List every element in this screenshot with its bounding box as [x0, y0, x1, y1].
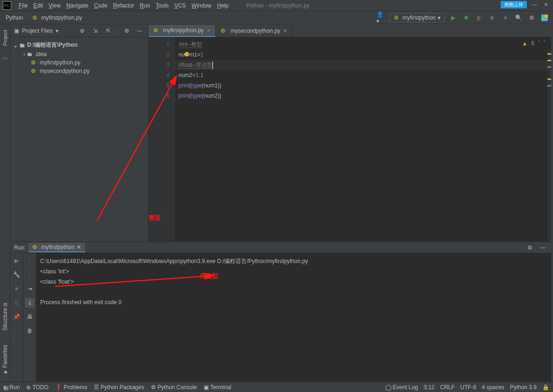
upload-badge[interactable]: 抱抱上传 [501, 1, 527, 8]
collapse-all-icon[interactable]: ⇱ [104, 26, 113, 36]
menu-edit[interactable]: Edit [30, 1, 46, 10]
trash-icon[interactable]: 🗑 [25, 326, 35, 335]
python-file-icon: ⚙ [31, 68, 36, 74]
sidebar-tab-favorites[interactable]: ★ Favorites [1, 342, 9, 378]
sb-eventlog[interactable]: ◯ Event Log [385, 384, 418, 391]
menu-view[interactable]: View [46, 1, 64, 10]
run-tool-actions-2: ↑ ↓ ⇥ ⤓ 🖶 🗑 [23, 253, 36, 382]
run-tool-title: Run: [14, 244, 26, 251]
coverage-icon[interactable]: ◧ [475, 13, 484, 22]
project-panel: ▣ Project Files ▾ ⊕ ⇲ ⇱ | ⚙ — [10, 24, 149, 242]
add-user-icon[interactable]: 👤▾ [376, 13, 386, 22]
project-tree[interactable]: ⌄ 🖿 D:\编程语言\Python › 🖿 .idea ⚙ myfirstpy… [10, 37, 148, 78]
tab-close-icon[interactable]: ✕ [77, 244, 81, 250]
editor-area: ⚙ myfirstpython.py ✕ ⚙ mysecondpython.py… [149, 24, 551, 242]
sb-pyconsole[interactable]: ⚙ Python Console [151, 384, 197, 391]
project-panel-title[interactable]: Project Files ▾ [22, 28, 58, 34]
code-body[interactable]: #int--整型num1=1#float--浮点型num2=1.1print(t… [175, 37, 551, 242]
editor-tabbar: ⚙ myfirstpython.py ✕ ⚙ mysecondpython.py… [149, 24, 551, 37]
softwrap-icon[interactable]: ⇥ [25, 284, 35, 293]
layout-icon[interactable]: ⧉ [12, 298, 21, 307]
rerun-button[interactable]: ▶ [12, 256, 21, 265]
code-line[interactable]: print(type(num2)) [175, 91, 551, 101]
sb-lock-icon[interactable]: 🔒 [542, 384, 549, 391]
code-line[interactable]: num2=1.1 [175, 70, 551, 80]
menu-vcs[interactable]: VCS [171, 1, 189, 10]
sb-line-ending[interactable]: CRLF [440, 384, 454, 391]
breadcrumb-file[interactable]: myfirstpython.py [39, 14, 84, 22]
run-config-combo[interactable]: ⚙ myfirstpython ▾ [390, 13, 445, 22]
python-file-icon: ⚙ [32, 14, 37, 21]
sb-pypkg[interactable]: ☰ Python Packages [94, 384, 144, 391]
print-icon[interactable]: 🖶 [25, 312, 35, 321]
code-line[interactable]: print(type(num1)) [175, 80, 551, 91]
python-file-icon: ⚙ [32, 244, 37, 250]
expand-all-icon[interactable]: ⇲ [91, 26, 100, 36]
menu-refactor[interactable]: Refactor [110, 1, 137, 10]
panel-gear-icon[interactable]: ⚙ [122, 26, 131, 36]
sidebar-folder-icon[interactable]: ▭ [0, 53, 10, 63]
tree-folder-idea[interactable]: › 🖿 .idea [12, 50, 146, 58]
sb-corner-icon[interactable]: ▣ [4, 385, 9, 391]
sb-todo[interactable]: ≣ TODO [26, 384, 49, 391]
menu-help[interactable]: Help [214, 1, 232, 10]
tool-hide-icon[interactable]: — [538, 243, 547, 252]
profile-icon[interactable]: ⏺ [488, 13, 497, 22]
menu-window[interactable]: Window [189, 1, 214, 10]
code-line[interactable]: #float--浮点型 [175, 60, 551, 70]
chevron-up-icon[interactable]: ˆ [538, 40, 540, 47]
menu-run[interactable]: Run [137, 1, 153, 10]
error-stripe[interactable] [547, 50, 551, 242]
pin-icon[interactable]: 📌 [12, 312, 21, 321]
color-square-icon[interactable] [540, 13, 549, 22]
run-tool-actions: ▶ 🔧 ■ ⧉ 📌 [10, 253, 23, 382]
sb-problems[interactable]: ❗ Problems [55, 384, 87, 391]
inspection-widget[interactable]: ▲ 5 ˆ ˇ [522, 40, 546, 47]
sb-terminal[interactable]: ▣ Terminal [204, 384, 231, 391]
sb-encoding[interactable]: UTF-8 [461, 384, 476, 391]
code-line[interactable]: #int--整型 [175, 39, 551, 50]
code-line[interactable]: num1=1 [175, 50, 551, 60]
settings-gear-icon[interactable]: ⚙ [527, 13, 536, 22]
chevron-down-icon: ▾ [438, 14, 440, 21]
tab-close-icon[interactable]: ✕ [206, 28, 211, 34]
down-icon[interactable]: ↓ [25, 270, 35, 279]
breadcrumb-root[interactable]: Python [4, 14, 25, 22]
menu-code[interactable]: Code [91, 1, 110, 10]
sb-caret-pos[interactable]: 3:12 [424, 384, 434, 391]
up-icon[interactable]: ↑ [25, 256, 35, 265]
chevron-down-icon[interactable]: ˇ [544, 40, 546, 47]
wrench-icon[interactable]: 🔧 [12, 270, 21, 279]
scroll-end-icon[interactable]: ⤓ [25, 298, 35, 307]
expand-icon[interactable]: › [23, 51, 25, 57]
menu-navigate[interactable]: Navigate [64, 1, 91, 10]
sb-interpreter[interactable]: Python 3.9 [510, 384, 537, 391]
run-button[interactable]: ▶ [448, 13, 458, 22]
minimize-icon[interactable]: — [530, 1, 539, 8]
console-line: <class 'int'> [40, 266, 547, 277]
menu-file[interactable]: File [16, 1, 30, 10]
run-tool-tab[interactable]: ⚙ myfirstpython ✕ [28, 243, 85, 252]
stop-button[interactable]: ■ [12, 284, 21, 293]
tree-file[interactable]: ⚙ myfirstpython.py [12, 58, 146, 67]
sidebar-tab-project[interactable]: Project [1, 27, 9, 49]
search-icon[interactable]: 🔍 [514, 13, 523, 22]
tool-gear-icon[interactable]: ⚙ [525, 243, 534, 252]
close-icon[interactable]: ✕ [542, 1, 550, 8]
hide-panel-icon[interactable]: — [135, 26, 144, 36]
expand-icon[interactable]: ⌄ [13, 42, 18, 49]
menu-tools[interactable]: Tools [153, 1, 171, 10]
tree-file[interactable]: ⚙ mysecondpython.py [12, 67, 146, 75]
sidebar-tab-structure[interactable]: Structure ⧉ [1, 300, 9, 334]
tree-root[interactable]: ⌄ 🖿 D:\编程语言\Python [12, 40, 146, 50]
code-editor[interactable]: 123456 #int--整型num1=1#float--浮点型num2=1.1… [149, 37, 551, 242]
editor-tab[interactable]: ⚙ mysecondpython.py ✕ [216, 25, 292, 37]
debug-button[interactable]: ✱ [461, 13, 471, 22]
locate-icon[interactable]: ⊕ [78, 26, 87, 36]
editor-tab-active[interactable]: ⚙ myfirstpython.py ✕ [149, 25, 216, 37]
console-output[interactable]: 浮点型 C:\Users\61491\AppData\Local\Microso… [36, 253, 551, 382]
tab-close-icon[interactable]: ✕ [283, 28, 287, 34]
sb-indent[interactable]: 4 spaces [482, 384, 504, 391]
stop-button[interactable]: ■ [501, 13, 510, 22]
window-title: Python - myfirstpython.py [246, 2, 309, 9]
